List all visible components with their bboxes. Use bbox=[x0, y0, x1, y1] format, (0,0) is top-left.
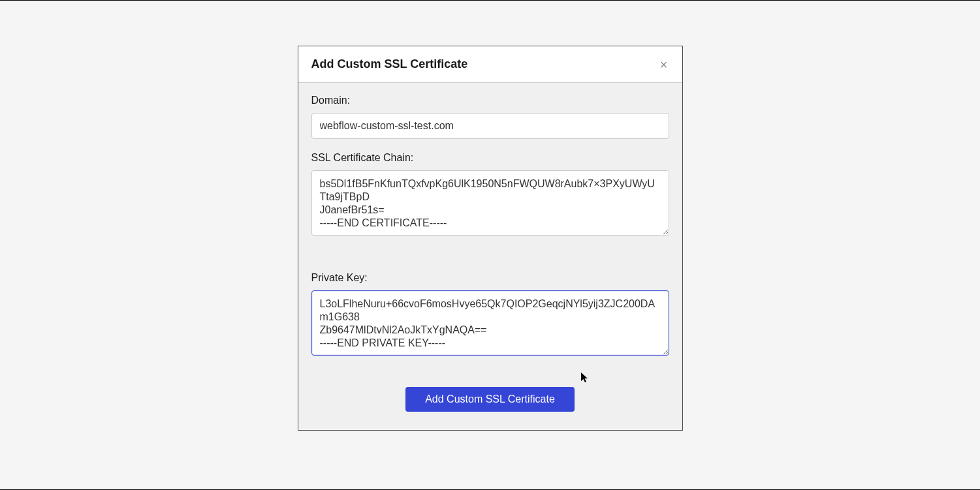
modal-title: Add Custom SSL Certificate bbox=[311, 57, 468, 71]
modal-header: Add Custom SSL Certificate × bbox=[298, 46, 682, 83]
top-divider bbox=[0, 0, 980, 1]
private-key-label: Private Key: bbox=[311, 272, 669, 284]
add-ssl-modal: Add Custom SSL Certificate × Domain: SSL… bbox=[298, 46, 683, 431]
spacer bbox=[311, 251, 669, 272]
private-key-group: Private Key: bbox=[311, 272, 669, 358]
add-certificate-button[interactable]: Add Custom SSL Certificate bbox=[405, 387, 575, 412]
action-row: Add Custom SSL Certificate bbox=[311, 387, 669, 412]
cert-chain-label: SSL Certificate Chain: bbox=[311, 152, 669, 164]
cert-chain-textarea[interactable] bbox=[311, 170, 669, 236]
private-key-textarea[interactable] bbox=[311, 290, 669, 356]
close-icon[interactable]: × bbox=[659, 58, 669, 71]
cert-chain-group: SSL Certificate Chain: bbox=[311, 152, 669, 238]
domain-group: Domain: bbox=[311, 95, 669, 139]
domain-input[interactable] bbox=[311, 113, 669, 139]
modal-body: Domain: SSL Certificate Chain: Private K… bbox=[298, 83, 682, 430]
domain-label: Domain: bbox=[311, 95, 669, 106]
